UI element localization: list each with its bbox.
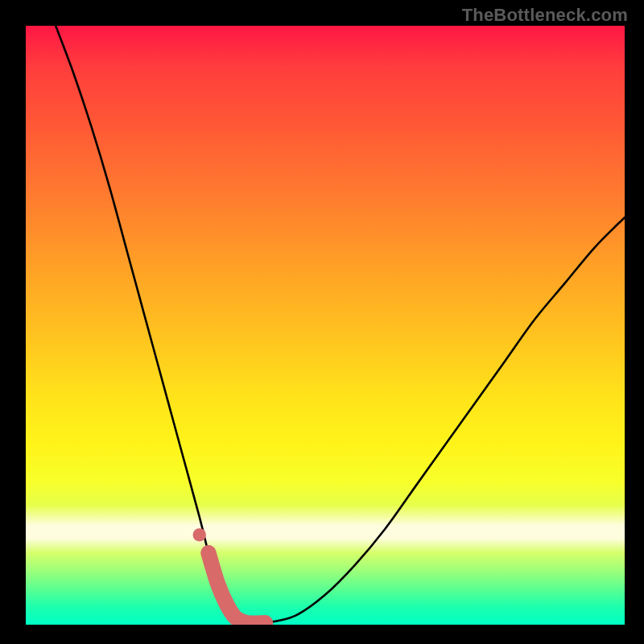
curve-svg (26, 26, 625, 625)
sweet-spot-highlight (208, 553, 266, 624)
plot-area (26, 26, 625, 625)
bottleneck-curve (56, 26, 625, 624)
watermark-text: TheBottleneck.com (462, 5, 628, 26)
sweet-spot-dot (193, 528, 206, 541)
